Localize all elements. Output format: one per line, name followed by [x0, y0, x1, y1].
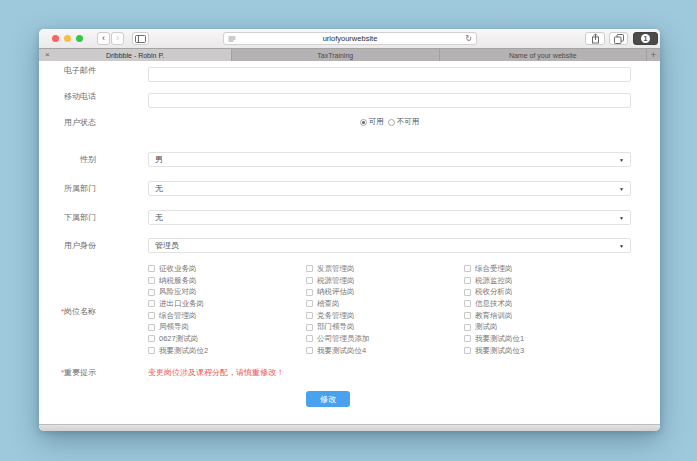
position-option[interactable]: 发票管理岗	[306, 263, 464, 275]
checkbox-label: 税源管理岗	[317, 276, 355, 286]
checkbox-icon[interactable]	[148, 347, 155, 354]
checkbox-icon[interactable]	[306, 277, 313, 284]
position-option[interactable]: 风险应对岗	[148, 286, 306, 298]
checkbox-icon[interactable]	[464, 347, 471, 354]
identity-select[interactable]: 管理员 ▼	[148, 238, 631, 253]
positions-column-1: 征收业务岗 纳税服务岗 风险应对岗 进出口业务岗 综合管理岗 局领导岗 0627…	[148, 263, 306, 357]
positions-label: *岗位名称	[39, 306, 96, 317]
tab-bar: × Dribbble - Robin P. TaxTraining Name o…	[39, 48, 660, 61]
chevron-down-icon: ▼	[619, 157, 624, 163]
position-option[interactable]: 党务管理岗	[306, 310, 464, 322]
refresh-icon[interactable]: ↻	[465, 35, 472, 43]
gender-value: 男	[155, 154, 163, 165]
gender-select[interactable]: 男 ▼	[148, 152, 631, 167]
forward-button[interactable]: ›	[111, 32, 124, 45]
radio-option-disabled[interactable]: 不可用	[388, 117, 420, 127]
position-option[interactable]: 信息技术岗	[464, 298, 622, 310]
radio-unchecked-icon[interactable]	[388, 119, 395, 126]
position-option[interactable]: 进出口业务岗	[148, 298, 306, 310]
checkbox-label: 部门领导岗	[317, 322, 355, 332]
reader-icon[interactable]	[228, 36, 236, 43]
department-select[interactable]: 无 ▼	[148, 181, 631, 196]
checkbox-icon[interactable]	[464, 300, 471, 307]
position-option[interactable]: 我要测试岗位4	[306, 345, 464, 357]
checkbox-icon[interactable]	[306, 335, 313, 342]
checkbox-label: 税源监控岗	[475, 276, 513, 286]
new-tab-button[interactable]: +	[647, 49, 660, 61]
radio-option-enabled[interactable]: 可用	[360, 117, 384, 127]
position-option[interactable]: 测试岗	[464, 321, 622, 333]
sub-department-value: 无	[155, 212, 163, 223]
checkbox-icon[interactable]	[464, 289, 471, 296]
gender-label: 性别	[39, 152, 96, 167]
position-option[interactable]: 税收分析岗	[464, 286, 622, 298]
checkbox-icon[interactable]	[464, 277, 471, 284]
position-option[interactable]: 公司管理员添加	[306, 333, 464, 345]
checkbox-icon[interactable]	[306, 289, 313, 296]
checkbox-icon[interactable]	[148, 324, 155, 331]
checkbox-label: 局领导岗	[159, 322, 189, 332]
checkbox-label: 党务管理岗	[317, 311, 355, 321]
share-button[interactable]	[585, 32, 605, 45]
back-button[interactable]: ‹	[97, 32, 110, 45]
email-label: 电子邮件	[39, 63, 96, 78]
checkbox-icon[interactable]	[148, 265, 155, 272]
extension-badge-icon: 1	[641, 34, 650, 43]
close-window-button[interactable]	[52, 35, 59, 42]
position-option[interactable]: 我要测试岗位3	[464, 345, 622, 357]
zoom-window-button[interactable]	[76, 35, 83, 42]
radio-checked-icon[interactable]	[360, 119, 367, 126]
checkbox-icon[interactable]	[148, 312, 155, 319]
submit-button[interactable]: 修改	[306, 391, 350, 407]
checkbox-icon[interactable]	[464, 335, 471, 342]
checkbox-label: 测试岗	[475, 322, 498, 332]
checkbox-icon[interactable]	[464, 312, 471, 319]
position-option[interactable]: 纳税评估岗	[306, 286, 464, 298]
status-label: 用户状态	[39, 117, 96, 128]
sidebar-toggle-button[interactable]	[132, 32, 149, 45]
tab-title: Name of your website	[509, 52, 577, 59]
position-option[interactable]: 我要测试岗位1	[464, 333, 622, 345]
checkbox-label: 征收业务岗	[159, 264, 197, 274]
position-option[interactable]: 综合管理岗	[148, 310, 306, 322]
position-option[interactable]: 综合受理岗	[464, 263, 622, 275]
positions-column-2: 发票管理岗 税源管理岗 纳税评估岗 稽查岗 党务管理岗 部门领导岗 公司管理员添…	[306, 263, 464, 357]
mobile-input[interactable]	[148, 93, 631, 108]
email-input[interactable]	[148, 67, 631, 82]
tab-name-of-your-website[interactable]: Name of your website	[440, 49, 648, 61]
notice-label: *重要提示	[39, 367, 96, 378]
checkbox-icon[interactable]	[306, 300, 313, 307]
minimize-window-button[interactable]	[64, 35, 71, 42]
checkbox-label: 纳税服务岗	[159, 276, 197, 286]
position-option[interactable]: 纳税服务岗	[148, 275, 306, 287]
checkbox-icon[interactable]	[306, 324, 313, 331]
position-option[interactable]: 局领导岗	[148, 321, 306, 333]
checkbox-icon[interactable]	[306, 265, 313, 272]
sub-department-select[interactable]: 无 ▼	[148, 210, 631, 225]
position-option[interactable]: 税源监控岗	[464, 275, 622, 287]
tab-dribbble[interactable]: × Dribbble - Robin P.	[39, 49, 232, 61]
position-option[interactable]: 稽查岗	[306, 298, 464, 310]
close-tab-icon[interactable]: ×	[45, 51, 50, 59]
position-option[interactable]: 部门领导岗	[306, 321, 464, 333]
position-option[interactable]: 教育培训岗	[464, 310, 622, 322]
checkbox-icon[interactable]	[306, 312, 313, 319]
tab-taxtraining[interactable]: TaxTraining	[232, 49, 440, 61]
checkbox-icon[interactable]	[148, 289, 155, 296]
extension-button[interactable]: 1	[633, 32, 658, 45]
checkbox-icon[interactable]	[464, 324, 471, 331]
tab-overview-button[interactable]	[609, 32, 628, 45]
position-option[interactable]: 税源管理岗	[306, 275, 464, 287]
window-bottom-bar	[39, 424, 660, 431]
status-radio-group: 可用 不可用	[148, 117, 631, 127]
position-option[interactable]: 我要测试岗位2	[148, 345, 306, 357]
checkbox-icon[interactable]	[464, 265, 471, 272]
checkbox-label: 教育培训岗	[475, 311, 513, 321]
checkbox-icon[interactable]	[306, 347, 313, 354]
position-option[interactable]: 0627测试岗	[148, 333, 306, 345]
checkbox-icon[interactable]	[148, 300, 155, 307]
checkbox-icon[interactable]	[148, 335, 155, 342]
position-option[interactable]: 征收业务岗	[148, 263, 306, 275]
checkbox-icon[interactable]	[148, 277, 155, 284]
address-bar[interactable]: urlofyourwebsite ↻	[223, 32, 477, 45]
